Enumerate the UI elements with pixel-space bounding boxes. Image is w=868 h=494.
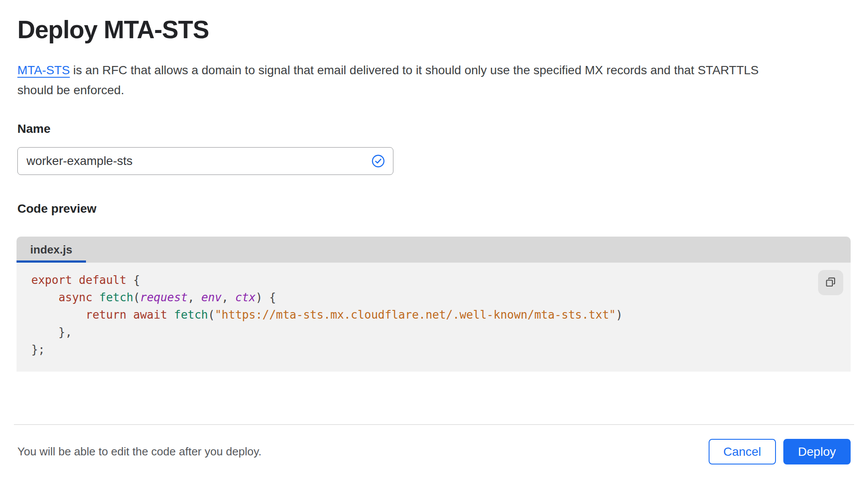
page-title: Deploy MTA-STS xyxy=(17,17,851,42)
footer: You will be able to edit the code after … xyxy=(0,439,868,464)
description-line2: should be enforced. xyxy=(17,83,124,97)
name-label: Name xyxy=(17,122,851,136)
check-circle-icon xyxy=(371,154,385,168)
description-line1: is an RFC that allows a domain to signal… xyxy=(70,63,759,77)
footer-buttons: Cancel Deploy xyxy=(709,439,851,464)
mta-sts-link[interactable]: MTA-STS xyxy=(17,63,70,77)
name-input-container[interactable] xyxy=(17,147,393,175)
copy-button[interactable] xyxy=(818,270,843,295)
code-preview-label: Code preview xyxy=(17,202,851,216)
code-preview-card: index.js export default { async fetch(re… xyxy=(17,237,851,372)
footer-divider xyxy=(14,424,854,425)
code-area: export default { async fetch(request, en… xyxy=(17,263,851,372)
copy-icon xyxy=(825,276,837,290)
code-block: export default { async fetch(request, en… xyxy=(31,271,820,358)
deploy-button[interactable]: Deploy xyxy=(783,439,851,464)
code-tabbar: index.js xyxy=(17,237,851,263)
footer-note: You will be able to edit the code after … xyxy=(17,445,261,458)
cancel-button[interactable]: Cancel xyxy=(709,439,776,464)
tab-index-js[interactable]: index.js xyxy=(17,237,86,263)
description-text: MTA-STS is an RFC that allows a domain t… xyxy=(17,60,851,100)
name-input[interactable] xyxy=(26,154,371,168)
